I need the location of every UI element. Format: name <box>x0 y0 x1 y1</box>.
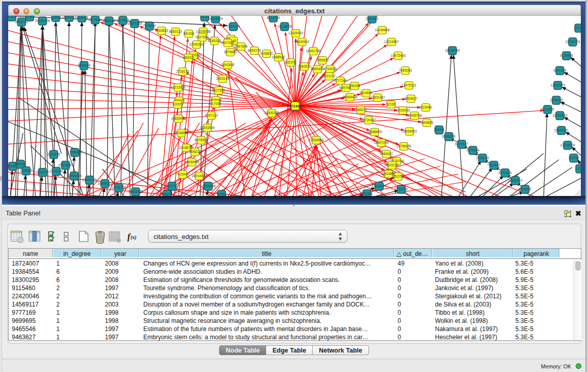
svg-text:15706485: 15706485 <box>201 184 216 188</box>
svg-text:9777169: 9777169 <box>334 79 347 82</box>
svg-text:1815132: 1815132 <box>385 163 399 167</box>
svg-text:2020655: 2020655 <box>47 152 60 156</box>
svg-text:10973493: 10973493 <box>391 54 406 57</box>
svg-text:17359924: 17359924 <box>68 150 82 154</box>
svg-text:16648784: 16648784 <box>445 49 460 52</box>
svg-text:3875685: 3875685 <box>224 50 237 54</box>
svg-text:10958107: 10958107 <box>98 182 113 185</box>
svg-text:1527602: 1527602 <box>89 18 102 21</box>
svg-text:14136141: 14136141 <box>372 184 387 188</box>
svg-text:252254: 252254 <box>393 174 404 178</box>
svg-text:11175: 11175 <box>574 26 581 30</box>
svg-text:8186328: 8186328 <box>208 39 221 42</box>
svg-text:19756928: 19756928 <box>397 144 411 148</box>
svg-text:16553267: 16553267 <box>62 16 77 19</box>
svg-text:15692901: 15692901 <box>554 128 569 132</box>
svg-text:1362615: 1362615 <box>298 64 311 68</box>
svg-text:1733426: 1733426 <box>395 187 408 191</box>
svg-text:18724007: 18724007 <box>287 104 303 108</box>
svg-text:10654112: 10654112 <box>508 179 523 182</box>
svg-text:8990448: 8990448 <box>311 67 324 71</box>
svg-text:9129966: 9129966 <box>560 54 573 57</box>
svg-text:1156829: 1156829 <box>20 169 33 172</box>
svg-text:16914479: 16914479 <box>192 174 207 178</box>
svg-text:2803144: 2803144 <box>216 77 229 80</box>
svg-text:12093873: 12093873 <box>551 83 565 87</box>
svg-text:9684067: 9684067 <box>380 152 393 156</box>
svg-text:15751074: 15751074 <box>565 40 580 43</box>
svg-text:19218506: 19218506 <box>277 25 292 28</box>
svg-text:12213967: 12213967 <box>384 40 399 43</box>
svg-text:845001: 845001 <box>15 162 26 166</box>
svg-text:6794028: 6794028 <box>323 67 337 71</box>
svg-text:94501: 94501 <box>162 192 171 196</box>
svg-text:8213955: 8213955 <box>541 107 554 111</box>
svg-text:8471626: 8471626 <box>498 171 512 174</box>
svg-text:8660123: 8660123 <box>169 30 182 33</box>
svg-text:9245652: 9245652 <box>518 187 532 191</box>
svg-text:16671355: 16671355 <box>127 21 142 25</box>
svg-text:7625402: 7625402 <box>176 172 189 176</box>
svg-text:16495756: 16495756 <box>407 114 422 117</box>
svg-text:1621072: 1621072 <box>322 74 336 78</box>
svg-text:12213369: 12213369 <box>171 85 186 89</box>
svg-text:6479197: 6479197 <box>455 142 468 146</box>
svg-text:10653: 10653 <box>51 16 60 19</box>
svg-text:1588520: 1588520 <box>272 55 285 59</box>
svg-text:973303: 973303 <box>361 192 373 195</box>
svg-text:917008: 917008 <box>210 102 221 105</box>
svg-text:891295: 891295 <box>183 32 194 35</box>
svg-text:10961758: 10961758 <box>306 49 321 53</box>
svg-text:8813054: 8813054 <box>267 16 280 19</box>
svg-text:9146821: 9146821 <box>260 52 273 55</box>
svg-text:746266: 746266 <box>349 84 360 87</box>
svg-text:7986372: 7986372 <box>354 108 367 112</box>
svg-text:17016504: 17016504 <box>560 143 575 147</box>
svg-text:2087682: 2087682 <box>365 17 379 20</box>
svg-text:164091: 164091 <box>433 128 445 132</box>
svg-text:12353594: 12353594 <box>200 126 215 129</box>
svg-text:9657791: 9657791 <box>165 184 179 188</box>
svg-text:10025433: 10025433 <box>396 108 410 112</box>
svg-text:9463627: 9463627 <box>404 97 418 100</box>
svg-text:116753: 116753 <box>568 156 579 160</box>
svg-text:19654923: 19654923 <box>171 117 186 120</box>
svg-text:989012: 989012 <box>183 56 194 59</box>
svg-text:8678352: 8678352 <box>194 138 208 142</box>
svg-text:81305: 81305 <box>8 16 16 18</box>
svg-text:16782759: 16782759 <box>112 186 126 189</box>
svg-text:7485063: 7485063 <box>399 69 412 72</box>
svg-text:3498222: 3498222 <box>188 150 202 154</box>
svg-text:9327508: 9327508 <box>221 41 234 45</box>
svg-text:20983: 20983 <box>25 16 34 18</box>
svg-text:10688609: 10688609 <box>367 130 382 134</box>
svg-text:18807249: 18807249 <box>374 141 389 144</box>
svg-text:3624554: 3624554 <box>359 91 373 95</box>
svg-text:7632621: 7632621 <box>487 163 500 167</box>
svg-text:8427552: 8427552 <box>212 89 225 92</box>
svg-text:(x): (x) <box>130 234 137 240</box>
svg-text:15640910: 15640910 <box>295 40 310 43</box>
svg-text:9242848: 9242848 <box>221 63 234 67</box>
svg-text:10807487: 10807487 <box>371 96 385 99</box>
svg-text:7955812: 7955812 <box>316 58 329 62</box>
svg-text:16033809: 16033809 <box>208 17 223 20</box>
svg-text:102673: 102673 <box>172 102 183 106</box>
svg-text:9115460: 9115460 <box>420 105 432 109</box>
svg-text:17957275: 17957275 <box>82 178 97 182</box>
svg-text:19654923: 19654923 <box>402 129 417 133</box>
svg-text:19384554: 19384554 <box>309 138 324 142</box>
svg-text:2867608: 2867608 <box>234 45 248 48</box>
svg-text:10543362: 10543362 <box>189 42 204 46</box>
svg-text:7357224: 7357224 <box>227 25 240 28</box>
svg-text:12103: 12103 <box>575 167 581 170</box>
svg-text:13325419: 13325419 <box>289 31 303 35</box>
svg-text:7515540: 7515540 <box>143 24 156 28</box>
svg-text:6466160: 6466160 <box>102 19 116 23</box>
svg-text:20091406: 20091406 <box>35 19 50 23</box>
svg-text:16154808: 16154808 <box>375 28 390 32</box>
svg-text:9227349: 9227349 <box>553 69 567 72</box>
svg-text:10975887: 10975887 <box>58 163 73 167</box>
svg-text:9699695: 9699695 <box>420 121 433 124</box>
svg-text:62160: 62160 <box>386 102 396 106</box>
